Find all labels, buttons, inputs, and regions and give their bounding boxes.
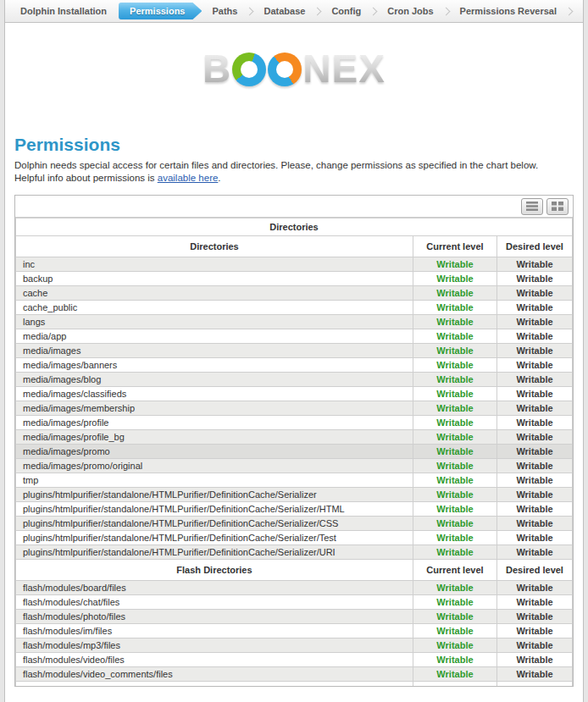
desired-level-value: Writable	[496, 286, 572, 301]
directory-path: plugins/htmlpurifier/standalone/HTMLPuri…	[16, 488, 413, 502]
current-level-value: Writable	[413, 667, 496, 682]
chevron-right-icon	[441, 7, 450, 15]
table-row: backupWritableWritable	[16, 272, 573, 286]
current-level-value: Writable	[413, 488, 496, 502]
directory-path: media/images/profile_bg	[16, 430, 413, 445]
flash-col-header-current-level: Current level	[413, 560, 496, 581]
table-row: tmpWritableWritable	[16, 473, 573, 488]
current-level-value: Writable	[413, 416, 496, 430]
flash-directories-header-row: Flash Directories Current level Desired …	[16, 560, 573, 581]
table-row: langsWritableWritable	[16, 315, 573, 329]
table-row: flash/modules/mp3/filesWritableWritable	[16, 638, 573, 653]
nav-tab-permissions-reversal[interactable]: Permissions Reversal	[452, 6, 565, 16]
table-row: flash/modules/video/filesWritableWritabl…	[16, 653, 573, 667]
desired-level-value: Writable	[496, 531, 572, 545]
available-here-link[interactable]: available here	[158, 173, 219, 183]
desired-level-value: Writable	[496, 329, 572, 344]
table-row: plugins/htmlpurifier/standalone/HTMLPuri…	[16, 488, 573, 502]
table-row: media/images/promo/originalWritableWrita…	[16, 459, 573, 473]
boonex-o-green-blue-icon	[232, 53, 266, 86]
desired-level-value: Writable	[496, 624, 572, 638]
cutoff-row	[16, 682, 573, 686]
table-row: plugins/htmlpurifier/standalone/HTMLPuri…	[16, 545, 573, 560]
directory-path: media/images/promo	[16, 445, 413, 459]
current-level-value: Writable	[413, 344, 496, 358]
directory-path: media/images/membership	[16, 401, 413, 416]
table-row: flash/modules/video_comments/filesWritab…	[16, 667, 573, 682]
nav-tab-cron-jobs[interactable]: Cron Jobs	[379, 6, 441, 16]
nav-tab-modules[interactable]: Modules	[574, 6, 584, 16]
table-row: cache_publicWritableWritable	[16, 301, 573, 315]
table-row: media/appWritableWritable	[16, 329, 573, 344]
grid-view-icon	[552, 202, 563, 211]
table-row: media/images/promoWritableWritable	[16, 445, 573, 459]
desired-level-value: Writable	[496, 257, 572, 272]
directory-path: plugins/htmlpurifier/standalone/HTMLPuri…	[16, 545, 413, 560]
desired-level-value: Writable	[496, 401, 572, 416]
directories-section-title: Directories	[16, 218, 573, 236]
directory-path: flash/modules/chat/files	[16, 595, 413, 610]
desired-level-value: Writable	[496, 459, 572, 473]
table-row: plugins/htmlpurifier/standalone/HTMLPuri…	[16, 502, 573, 517]
directory-path: flash/modules/board/files	[16, 581, 413, 595]
table-row: plugins/htmlpurifier/standalone/HTMLPuri…	[16, 531, 573, 545]
nav-tab-paths[interactable]: Paths	[203, 6, 246, 16]
nav-tab-dolphin-installation[interactable]: Dolphin Installation	[12, 6, 115, 16]
nav-tab-database[interactable]: Database	[255, 6, 313, 16]
nav-tab-config[interactable]: Config	[323, 6, 369, 16]
page-title: Permissions	[14, 135, 574, 155]
intro-line1: Dolphin needs special access for certain…	[14, 160, 538, 170]
table-row: incWritableWritable	[16, 257, 573, 272]
directory-path: media/images/banners	[16, 358, 413, 373]
current-level-value: Writable	[413, 329, 496, 344]
grid-view-button[interactable]	[546, 198, 569, 215]
col-header-current-level: Current level	[413, 236, 496, 257]
current-level-value: Writable	[413, 545, 496, 560]
flash-col-header-desired-level: Desired level	[496, 560, 572, 581]
directory-path: cache_public	[16, 301, 413, 315]
desired-level-value: Writable	[496, 610, 572, 624]
current-level-value: Writable	[413, 430, 496, 445]
chevron-right-icon	[313, 7, 322, 15]
current-level-value: Writable	[413, 315, 496, 329]
desired-level-value: Writable	[496, 344, 572, 358]
current-level-value: Writable	[413, 257, 496, 272]
col-header-desired-level: Desired level	[496, 236, 572, 257]
current-level-value: Writable	[413, 373, 496, 387]
directory-path: media/images	[16, 344, 413, 358]
permissions-table-box: Directories Directories Current level De…	[14, 195, 574, 687]
current-level-value: Writable	[413, 401, 496, 416]
nav-tab-permissions[interactable]: Permissions	[119, 3, 202, 19]
current-level-value: Writable	[413, 358, 496, 373]
directory-path: flash/modules/photo/files	[16, 610, 413, 624]
desired-level-value: Writable	[496, 315, 572, 329]
page-frame: Dolphin InstallationPermissionsPathsData…	[4, 0, 584, 702]
current-level-value: Writable	[413, 387, 496, 401]
table-row: media/images/bannersWritableWritable	[16, 358, 573, 373]
desired-level-value: Writable	[496, 416, 572, 430]
directory-path: backup	[16, 272, 413, 286]
boonex-o-blue-orange-icon	[268, 53, 302, 86]
current-level-value: Writable	[413, 459, 496, 473]
desired-level-value: Writable	[496, 430, 572, 445]
chevron-right-icon	[369, 7, 378, 15]
current-level-value: Writable	[413, 517, 496, 531]
view-toggle-toolbar	[15, 196, 573, 218]
list-view-button[interactable]	[521, 198, 543, 215]
directory-path: media/images/profile	[16, 416, 413, 430]
directory-path: inc	[16, 257, 413, 272]
col-header-directories: Directories	[16, 236, 413, 257]
directory-path: plugins/htmlpurifier/standalone/HTMLPuri…	[16, 517, 413, 531]
boonex-logo: B NEX	[5, 47, 583, 90]
intro-line2-prefix: Helpful info about permissions is	[14, 173, 158, 183]
intro-text: Dolphin needs special access for certain…	[14, 159, 574, 185]
desired-level-value: Writable	[496, 517, 572, 531]
desired-level-value: Writable	[496, 638, 572, 653]
desired-level-value: Writable	[496, 653, 572, 667]
table-row: cacheWritableWritable	[16, 286, 573, 301]
directory-path: media/images/classifieds	[16, 387, 413, 401]
logo-letters-nex: NEX	[302, 48, 386, 89]
current-level-value: Writable	[413, 272, 496, 286]
directory-path: tmp	[16, 473, 413, 488]
table-row: flash/modules/chat/filesWritableWritable	[16, 595, 573, 610]
